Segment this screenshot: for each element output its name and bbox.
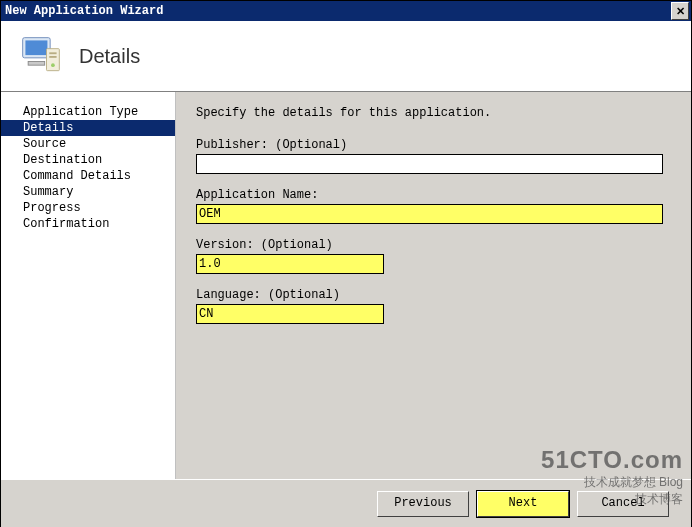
sidebar-item-summary[interactable]: Summary [1, 184, 175, 200]
application-name-label: Application Name: [196, 188, 663, 202]
sidebar-item-source[interactable]: Source [1, 136, 175, 152]
svg-rect-3 [47, 49, 60, 71]
version-input[interactable] [196, 254, 384, 274]
close-icon: ✕ [676, 5, 685, 18]
instruction-text: Specify the details for this application… [196, 106, 663, 120]
language-label: Language: (Optional) [196, 288, 663, 302]
sidebar-item-confirmation[interactable]: Confirmation [1, 216, 175, 232]
svg-rect-4 [49, 52, 56, 54]
previous-button[interactable]: Previous [377, 491, 469, 517]
language-input[interactable] [196, 304, 384, 324]
version-label: Version: (Optional) [196, 238, 663, 252]
wizard-footer: Previous Next Cancel [1, 479, 691, 527]
close-button[interactable]: ✕ [671, 2, 689, 20]
wizard-window: New Application Wizard ✕ Details Applica… [0, 0, 692, 527]
publisher-label: Publisher: (Optional) [196, 138, 663, 152]
svg-rect-5 [49, 56, 56, 58]
wizard-steps-sidebar: Application Type Details Source Destinat… [1, 92, 176, 479]
sidebar-item-destination[interactable]: Destination [1, 152, 175, 168]
wizard-main-panel: Specify the details for this application… [176, 92, 691, 479]
sidebar-item-application-type[interactable]: Application Type [1, 104, 175, 120]
next-button[interactable]: Next [477, 491, 569, 517]
svg-rect-2 [28, 62, 44, 66]
sidebar-item-progress[interactable]: Progress [1, 200, 175, 216]
sidebar-item-command-details[interactable]: Command Details [1, 168, 175, 184]
title-bar: New Application Wizard ✕ [1, 1, 691, 21]
application-name-input[interactable] [196, 204, 663, 224]
wizard-header: Details [1, 21, 691, 92]
wizard-body: Application Type Details Source Destinat… [1, 92, 691, 479]
window-title: New Application Wizard [5, 4, 163, 18]
publisher-input[interactable] [196, 154, 663, 174]
svg-rect-1 [25, 40, 47, 55]
computer-icon [19, 34, 63, 78]
page-title: Details [79, 45, 140, 68]
svg-point-6 [51, 63, 55, 67]
sidebar-item-details[interactable]: Details [1, 120, 175, 136]
cancel-button[interactable]: Cancel [577, 491, 669, 517]
